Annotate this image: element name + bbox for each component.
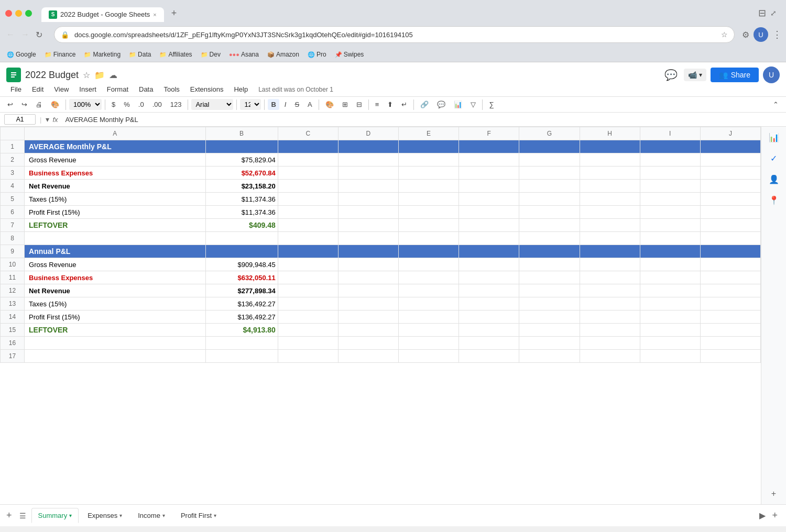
- bookmark-pro[interactable]: 🌐Pro: [305, 50, 329, 59]
- back-button[interactable]: ←: [4, 29, 17, 40]
- empty-cell[interactable]: [580, 284, 640, 297]
- col-header-e[interactable]: E: [399, 127, 459, 140]
- forward-button[interactable]: →: [19, 29, 31, 40]
- extensions-icon[interactable]: ⚙: [742, 30, 749, 40]
- empty-cell[interactable]: [640, 140, 700, 153]
- empty-cell[interactable]: [519, 311, 580, 324]
- maximize-button[interactable]: [25, 10, 32, 17]
- cell-b[interactable]: $136,492.27: [205, 297, 278, 311]
- empty-cell[interactable]: [519, 193, 580, 206]
- cell-b[interactable]: $4,913.80: [205, 324, 278, 337]
- empty-cell[interactable]: [580, 245, 640, 258]
- cell-a[interactable]: Taxes (15%): [25, 297, 205, 311]
- comment-icon[interactable]: 💬: [662, 66, 680, 83]
- empty-cell[interactable]: [399, 284, 459, 297]
- col-header-i[interactable]: I: [640, 127, 700, 140]
- empty-cell[interactable]: [640, 232, 700, 245]
- empty-cell[interactable]: [580, 350, 640, 363]
- col-header-d[interactable]: D: [338, 127, 398, 140]
- empty-cell[interactable]: [278, 140, 338, 153]
- formula-content[interactable]: AVERAGE Monthly P&L: [61, 116, 782, 124]
- strikethrough-button[interactable]: S: [291, 99, 302, 110]
- format-number-button[interactable]: 123: [167, 99, 185, 110]
- print-button[interactable]: 🖨: [32, 99, 46, 110]
- empty-cell[interactable]: [580, 219, 640, 232]
- bookmark-marketing[interactable]: 📁Marketing: [81, 50, 123, 59]
- contacts-sidebar-icon[interactable]: 👤: [768, 173, 780, 185]
- cell-b[interactable]: $409.48: [205, 219, 278, 232]
- empty-cell[interactable]: [580, 297, 640, 311]
- empty-cell[interactable]: [459, 232, 519, 245]
- menu-tools[interactable]: Tools: [159, 83, 183, 95]
- cell-a[interactable]: [25, 350, 205, 363]
- empty-cell[interactable]: [278, 311, 338, 324]
- empty-cell[interactable]: [278, 245, 338, 258]
- empty-cell[interactable]: [580, 153, 640, 167]
- bookmark-amazon[interactable]: 📦Amazon: [265, 50, 302, 59]
- table-row[interactable]: 15LEFTOVER$4,913.80: [1, 324, 761, 337]
- table-row[interactable]: 2Gross Revenue$75,829.04: [1, 153, 761, 167]
- empty-cell[interactable]: [459, 219, 519, 232]
- cell-a[interactable]: Profit First (15%): [25, 206, 205, 219]
- empty-cell[interactable]: [700, 153, 760, 167]
- empty-cell[interactable]: [640, 180, 700, 193]
- col-header-c[interactable]: C: [278, 127, 338, 140]
- col-header-b[interactable]: B: [205, 127, 278, 140]
- empty-cell[interactable]: [640, 297, 700, 311]
- empty-cell[interactable]: [459, 284, 519, 297]
- sheets-sidebar-icon[interactable]: 📊: [768, 131, 780, 143]
- menu-view[interactable]: View: [50, 83, 73, 95]
- empty-cell[interactable]: [338, 284, 398, 297]
- empty-cell[interactable]: [700, 245, 760, 258]
- empty-cell[interactable]: [580, 311, 640, 324]
- reload-button[interactable]: ↻: [34, 29, 45, 41]
- add-sidebar-icon[interactable]: +: [768, 487, 780, 500]
- cell-a[interactable]: Gross Revenue: [25, 258, 205, 271]
- empty-cell[interactable]: [640, 324, 700, 337]
- currency-button[interactable]: $: [108, 99, 118, 110]
- document-title[interactable]: 2022 Budget: [25, 70, 79, 81]
- table-row[interactable]: 13Taxes (15%)$136,492.27: [1, 297, 761, 311]
- col-header-h[interactable]: H: [580, 127, 640, 140]
- empty-cell[interactable]: [399, 258, 459, 271]
- empty-cell[interactable]: [580, 258, 640, 271]
- add-sheet-right-button[interactable]: +: [768, 508, 782, 523]
- empty-cell[interactable]: [580, 232, 640, 245]
- cell-a[interactable]: LEFTOVER: [25, 324, 205, 337]
- table-row[interactable]: 12Net Revenue$277,898.34: [1, 284, 761, 297]
- minimize-button[interactable]: [15, 10, 22, 17]
- empty-cell[interactable]: [278, 337, 338, 350]
- empty-cell[interactable]: [399, 297, 459, 311]
- empty-cell[interactable]: [338, 350, 398, 363]
- table-row[interactable]: 7LEFTOVER$409.48: [1, 219, 761, 232]
- bookmark-asana[interactable]: ●●●Asana: [226, 50, 261, 59]
- table-row[interactable]: 9Annual P&L: [1, 245, 761, 258]
- empty-cell[interactable]: [399, 140, 459, 153]
- empty-cell[interactable]: [459, 258, 519, 271]
- empty-cell[interactable]: [580, 337, 640, 350]
- empty-cell[interactable]: [519, 153, 580, 167]
- cell-b[interactable]: $909,948.45: [205, 258, 278, 271]
- cloud-icon[interactable]: ☁: [109, 70, 117, 80]
- filter-button[interactable]: ▽: [467, 99, 479, 110]
- empty-cell[interactable]: [278, 350, 338, 363]
- decimal-increase-button[interactable]: .00: [149, 99, 165, 110]
- empty-cell[interactable]: [700, 140, 760, 153]
- empty-cell[interactable]: [459, 140, 519, 153]
- cell-a[interactable]: AVERAGE Monthly P&L: [25, 140, 205, 153]
- cell-a[interactable]: Business Expenses: [25, 271, 205, 284]
- empty-cell[interactable]: [700, 232, 760, 245]
- empty-cell[interactable]: [399, 311, 459, 324]
- empty-cell[interactable]: [580, 140, 640, 153]
- tab-summary-chevron[interactable]: ▾: [69, 513, 72, 518]
- empty-cell[interactable]: [399, 167, 459, 180]
- empty-cell[interactable]: [459, 153, 519, 167]
- zoom-select[interactable]: 100%: [69, 99, 102, 110]
- tab-income-chevron[interactable]: ▾: [162, 513, 165, 518]
- col-header-f[interactable]: F: [459, 127, 519, 140]
- empty-cell[interactable]: [338, 258, 398, 271]
- empty-cell[interactable]: [338, 311, 398, 324]
- table-row[interactable]: 16: [1, 337, 761, 350]
- tab-income[interactable]: Income ▾: [131, 508, 172, 523]
- empty-cell[interactable]: [519, 337, 580, 350]
